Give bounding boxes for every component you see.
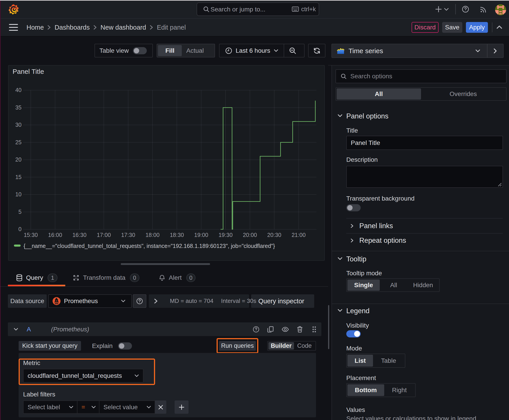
svg-text:16:00: 16:00 — [48, 232, 62, 238]
svg-text:20: 20 — [15, 156, 22, 163]
svg-text:18:00: 18:00 — [145, 232, 160, 238]
svg-text:21:00: 21:00 — [291, 232, 306, 238]
svg-text:18:30: 18:30 — [170, 232, 184, 238]
svg-text:5: 5 — [18, 209, 22, 215]
svg-text:19:00: 19:00 — [194, 232, 208, 238]
svg-text:15:30: 15:30 — [24, 232, 38, 238]
svg-text:19:30: 19:30 — [219, 232, 233, 238]
svg-text:15: 15 — [15, 174, 22, 180]
svg-text:0: 0 — [18, 226, 22, 232]
svg-text:17:00: 17:00 — [97, 232, 111, 238]
svg-text:20:00: 20:00 — [243, 232, 257, 238]
svg-text:30: 30 — [15, 122, 22, 128]
svg-text:40: 40 — [15, 87, 22, 93]
svg-text:25: 25 — [15, 139, 22, 145]
svg-text:10: 10 — [15, 191, 22, 197]
svg-text:16:30: 16:30 — [73, 232, 87, 238]
svg-text:{__name__="cloudflared_tunnel_: {__name__="cloudflared_tunnel_total_requ… — [23, 243, 275, 249]
svg-text:17:30: 17:30 — [121, 232, 135, 238]
svg-text:35: 35 — [15, 104, 22, 111]
svg-text:20:30: 20:30 — [267, 232, 281, 238]
